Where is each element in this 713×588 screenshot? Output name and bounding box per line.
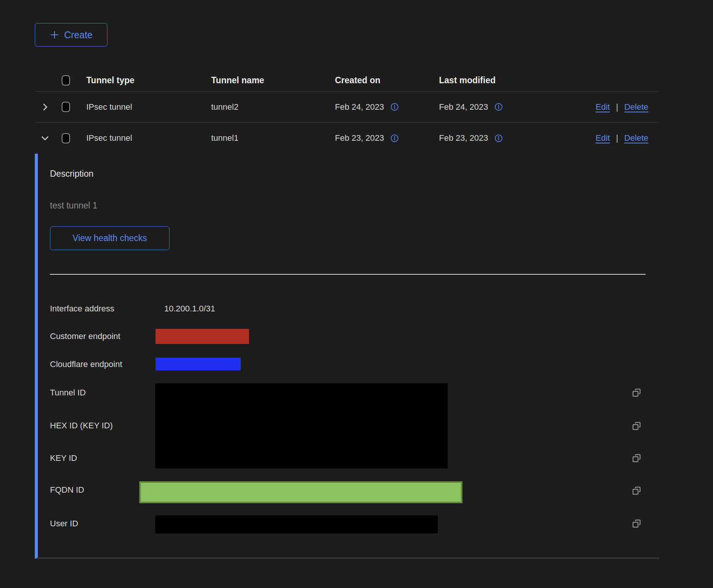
section-divider [50,274,646,275]
tunnel-name-cell: tunnel2 [211,102,335,112]
column-header-last-modified: Last modified [439,75,543,86]
tunnels-table: Tunnel type Tunnel name Created on Last … [35,69,659,559]
customer-endpoint-label: Customer endpoint [50,331,120,341]
view-health-checks-button[interactable]: View health checks [50,226,170,250]
tunnel-type-cell: IPsec tunnel [86,133,211,143]
tunnel-name-cell: tunnel1 [211,133,335,143]
tunnel-type-cell: IPsec tunnel [86,102,211,112]
user-id-label: User ID [50,519,78,529]
cloudflare-endpoint-label: Cloudflare endpoint [50,359,122,369]
column-header-tunnel-type: Tunnel type [86,75,211,86]
chevron-down-icon[interactable] [40,133,50,143]
created-on-cell: Feb 24, 2023 [335,102,384,112]
chevron-right-icon[interactable] [40,102,50,112]
tunnels-page: Create Tunnel type Tunnel name Created o… [35,0,659,559]
plus-icon [50,30,59,40]
copy-icon[interactable] [631,387,642,398]
info-icon[interactable] [494,134,503,143]
tunnel-id-label: Tunnel ID [50,388,86,398]
interface-address-label: Interface address [50,304,114,314]
delete-link[interactable]: Delete [624,102,648,112]
actions-separator: | [616,102,618,112]
fqdn-id-label: FQDN ID [50,485,84,495]
last-modified-cell: Feb 23, 2023 [439,133,488,143]
view-health-checks-label: View health checks [73,233,147,243]
copy-icon[interactable] [631,453,642,464]
table-header-row: Tunnel type Tunnel name Created on Last … [35,69,659,92]
description-label: Description [50,169,93,179]
column-header-created-on: Created on [335,75,439,86]
row-checkbox[interactable] [62,133,70,143]
copy-icon[interactable] [631,485,642,496]
delete-link[interactable]: Delete [624,133,648,143]
copy-icon[interactable] [631,518,642,529]
description-value: test tunnel 1 [50,201,97,210]
info-icon[interactable] [494,103,503,111]
copy-icon[interactable] [631,421,642,431]
cloudflare-endpoint-redacted-value [156,358,241,370]
customer-endpoint-redacted-value [156,329,249,344]
tunnel-id-redacted-value [155,383,448,468]
expanded-tunnel-panel: Description test tunnel 1 View health ch… [35,154,659,559]
edit-link[interactable]: Edit [596,102,610,112]
column-header-tunnel-name: Tunnel name [211,75,335,86]
select-all-checkbox[interactable] [62,75,70,86]
key-id-label: KEY ID [50,453,77,463]
table-row: IPsec tunnel tunnel1 Feb 23, 2023 Feb 23… [35,123,659,154]
edit-link[interactable]: Edit [596,133,610,143]
row-checkbox[interactable] [62,102,70,112]
fqdn-id-redacted-value [139,481,462,503]
table-row: IPsec tunnel tunnel2 Feb 24, 2023 Feb 24… [35,92,659,123]
hex-id-label: HEX ID (KEY ID) [50,421,113,431]
user-id-redacted-value [155,515,438,534]
create-button[interactable]: Create [35,23,107,47]
info-icon[interactable] [390,103,399,111]
create-button-label: Create [64,30,92,40]
actions-separator: | [616,133,618,143]
last-modified-cell: Feb 24, 2023 [439,102,488,112]
created-on-cell: Feb 23, 2023 [335,133,384,143]
info-icon[interactable] [390,134,399,143]
interface-address-value: 10.200.1.0/31 [164,304,215,314]
